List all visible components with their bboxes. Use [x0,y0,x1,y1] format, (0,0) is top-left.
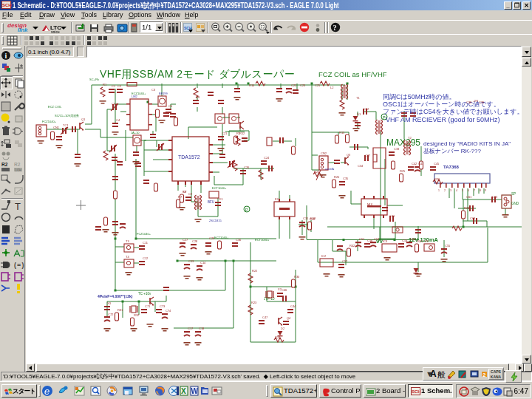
svg-text:C44: C44 [290,304,296,308]
svg-text:R22: R22 [252,269,258,273]
svg-text:T2: T2 [408,136,412,140]
svg-text:ECT1040+: ECT1040+ [212,186,227,190]
svg-text:C1: C1 [112,84,116,88]
svg-text:C18: C18 [199,327,205,330]
svg-text:MIX: MIX [367,202,372,206]
svg-text:C38: C38 [466,100,472,104]
svg-text:SP: SP [511,192,516,196]
svg-text:Q1: Q1 [81,117,86,121]
svg-text:C6: C6 [112,102,116,106]
svg-text:R21: R21 [314,170,320,174]
svg-text:C47: C47 [262,316,268,319]
svg-text:C55: C55 [445,244,451,248]
svg-text:C25: C25 [315,83,321,87]
svg-text:R2: R2 [1,162,8,167]
svg-text:C34: C34 [358,164,364,168]
svg-text:C51: C51 [359,237,365,241]
svg-text:C31: C31 [303,216,309,220]
svg-text:GND: GND [511,202,519,205]
svg-text:C45: C45 [434,162,440,166]
svg-text:C29: C29 [209,236,215,240]
svg-text:C35: C35 [343,177,349,180]
svg-text:R19: R19 [310,217,316,221]
svg-text:e: e [44,386,50,397]
svg-text:C63: C63 [492,195,498,199]
svg-text:R7: R7 [178,195,183,199]
svg-text:X: X [181,387,186,395]
svg-text:R8: R8 [183,190,187,194]
svg-text:C61: C61 [466,195,472,199]
svg-text:6: 6 [468,189,469,192]
svg-text:C72: C72 [108,313,114,316]
svg-text:C27: C27 [183,238,188,242]
svg-text:i: i [5,52,7,60]
svg-text:3: 3 [450,189,451,192]
svg-text:R26: R26 [434,177,440,181]
svg-text:C17: C17 [188,327,194,330]
svg-text:C11: C11 [143,241,149,245]
svg-text:7: 7 [474,189,475,192]
svg-text:xxxmA: xxxmA [325,167,334,171]
svg-text:C14: C14 [200,261,206,265]
svg-text:R12: R12 [239,132,245,135]
svg-text:C12: C12 [143,256,149,260]
svg-text:基板ナンバー RK-???: 基板ナンバー RK-??? [423,148,481,154]
svg-text:C5: C5 [168,104,173,108]
svg-text:ECZ1040+: ECZ1040+ [132,92,146,95]
svg-text:T: T [15,201,21,212]
svg-text:C46: C46 [282,288,287,292]
svg-text:X3: X3 [107,301,112,305]
svg-text:C9: C9 [188,192,193,196]
svg-text:C53: C53 [402,239,408,242]
svg-text:BF199: BF199 [159,92,168,95]
svg-text:C52: C52 [374,237,380,241]
svg-text:C73: C73 [160,304,166,308]
svg-text:Q4: Q4 [287,316,291,320]
svg-text:spice: spice [51,30,60,33]
svg-text:+9V: +9V [473,99,479,103]
svg-text:C24: C24 [264,156,270,160]
svg-text:R31: R31 [117,308,123,312]
svg-text:C23: C23 [300,83,306,87]
svg-text:C2: C2 [117,84,122,88]
svg-text:C4: C4 [116,118,120,122]
svg-text:IC2: IC2 [321,254,327,258]
svg-text:VHF AM RECIEVER (good for 50MH: VHF AM RECIEVER (good for 50MHz) [386,116,500,123]
svg-text:2SC1815: 2SC1815 [209,219,222,222]
svg-text:C41: C41 [389,214,395,218]
svg-text:R28: R28 [464,206,470,210]
svg-text:C26: C26 [244,166,250,169]
svg-text:R41: R41 [417,239,423,243]
svg-text:C21: C21 [222,132,228,135]
svg-text:R24: R24 [275,335,281,339]
svg-text:ECT1040+: ECT1040+ [255,238,270,242]
svg-text:C32: C32 [364,107,369,111]
svg-text:BFU: BFU [208,200,214,204]
svg-text:T3: T3 [126,239,129,243]
svg-text:D1: D1 [357,112,361,116]
svg-text:C71: C71 [145,304,151,308]
svg-text:2: 2 [482,372,486,378]
svg-text:SC+Pb: SC+Pb [89,78,100,81]
svg-text:JA+10: JA+10 [131,131,140,134]
svg-text:designed by "RADIO KITS IN JA": designed by "RADIO KITS IN JA" [423,140,511,147]
svg-text:FCZ1040+: FCZ1040+ [137,232,151,236]
svg-text:R30: R30 [294,275,300,279]
svg-text:CN1: CN1 [53,126,60,129]
svg-text:C62: C62 [470,216,476,220]
svg-text:C33: C33 [394,147,400,151]
svg-text:C74: C74 [166,309,171,313]
svg-text:R5: R5 [236,132,241,135]
svg-text:W: W [191,387,199,395]
svg-text:R25: R25 [400,169,406,173]
svg-text:C37: C37 [365,154,371,157]
svg-text:TA7368: TA7368 [443,165,460,169]
svg-text:SC/CL+10V周波数: SC/CL+10V周波数 [55,114,79,117]
svg-text:ECT1040+: ECT1040+ [214,236,229,239]
svg-text:C13: C13 [188,259,194,263]
svg-text:2: 2 [444,189,446,192]
svg-text:C28: C28 [192,239,198,243]
svg-text:C56: C56 [367,239,373,242]
svg-text:R1: R1 [103,83,107,86]
svg-text:TC1: TC1 [63,123,69,127]
